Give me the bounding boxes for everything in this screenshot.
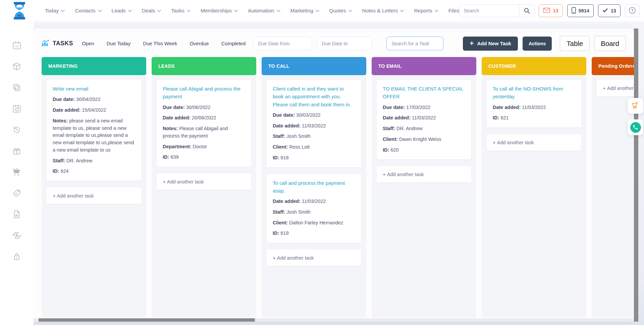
- field-label: Client:: [383, 137, 398, 142]
- cart-icon[interactable]: [12, 167, 22, 177]
- phone-notifications-badge[interactable]: 5914: [567, 4, 594, 17]
- nav-item-label: Notes & Letters: [362, 8, 398, 14]
- nav-item-today[interactable]: Today: [45, 8, 65, 14]
- user-sync-icon[interactable]: [12, 230, 22, 240]
- vertical-scrollbar-thumb[interactable]: [634, 29, 638, 322]
- task-field-id: ID: 624: [53, 168, 135, 175]
- filter-tab-open[interactable]: Open: [82, 41, 94, 46]
- filter-tab-due-this-week[interactable]: Due This Week: [143, 41, 177, 46]
- report-icon[interactable]: [12, 209, 22, 219]
- due-date-from-input[interactable]: [253, 37, 312, 50]
- column-header[interactable]: TO CALL: [262, 57, 366, 75]
- task-title[interactable]: Please call Abigail and process the paym…: [163, 85, 245, 101]
- nav-menu: TodayContactsLeadsDealsTasksMembershipsA…: [45, 8, 459, 14]
- nav-item-deals[interactable]: Deals: [142, 8, 161, 14]
- filter-tab-overdue[interactable]: Overdue: [190, 41, 209, 46]
- actions-label: Actions: [529, 41, 546, 46]
- add-new-task-button[interactable]: + Add New Task: [463, 37, 518, 51]
- task-field-date-added: Date added: 11/03/2022: [273, 122, 355, 130]
- nav-item-notes-letters[interactable]: Notes & Letters: [362, 8, 404, 14]
- table-view-button[interactable]: Table: [560, 36, 590, 51]
- nav-item-label: Automation: [248, 8, 274, 14]
- nav-item-leads[interactable]: Leads: [112, 8, 132, 14]
- help-button[interactable]: ?: [625, 4, 640, 17]
- task-title[interactable]: To call all the NO-SHOWS from yesterday: [493, 85, 575, 101]
- gift-icon[interactable]: [12, 146, 22, 156]
- field-label: ID:: [163, 154, 169, 160]
- completed-tasks-badge[interactable]: 13: [598, 4, 621, 17]
- check-icon: [602, 8, 608, 13]
- add-another-task-label: Add another task: [167, 179, 204, 184]
- add-another-task-label: Add another task: [607, 86, 634, 91]
- field-value: 621: [500, 115, 508, 120]
- nav-item-automation[interactable]: Automation: [248, 8, 280, 14]
- add-another-task-button[interactable]: +Add another task: [487, 134, 581, 151]
- field-label: Staff:: [273, 133, 285, 139]
- add-another-task-button[interactable]: +Add another task: [157, 173, 251, 190]
- task-search-input[interactable]: [386, 37, 443, 50]
- filter-tab-due-today[interactable]: Due Today: [107, 41, 130, 46]
- column-header[interactable]: Pending Orders: [592, 57, 634, 75]
- nav-item-memberships[interactable]: Memberships: [201, 8, 238, 14]
- top-nav-bar: TodayContactsLeadsDealsTasksMembershipsA…: [0, 0, 644, 21]
- field-label: Notes:: [163, 126, 178, 131]
- horizontal-scrollbar-thumb[interactable]: [39, 318, 255, 322]
- tasks-panel: TASKS OpenDue TodayDue This WeekOverdueC…: [34, 29, 634, 322]
- column-body: TO EMAIL THE CLIENT A SPECIAL OFFERDue d…: [372, 75, 476, 187]
- task-field-due-date: Due date: 30/03/2022: [273, 112, 355, 119]
- filter-tab-completed[interactable]: Completed: [221, 41, 246, 46]
- column-header[interactable]: TO EMAIL: [372, 57, 476, 75]
- lock-icon[interactable]: [12, 252, 22, 262]
- price-tag-icon[interactable]: $: [12, 188, 22, 198]
- task-field-department: Department: Doctor: [163, 143, 245, 151]
- task-card[interactable]: Client called in and they want to book a…: [267, 80, 361, 167]
- nav-item-contacts[interactable]: Contacts: [75, 8, 101, 14]
- calendar-12-icon[interactable]: 12: [12, 40, 22, 50]
- task-card[interactable]: Please call Abigail and process the paym…: [157, 80, 251, 167]
- horizontal-scrollbar[interactable]: [34, 318, 634, 322]
- column-header[interactable]: MARKETING: [42, 57, 146, 75]
- column-header[interactable]: CUSTOMER: [482, 57, 586, 75]
- mail-notifications-badge[interactable]: 13: [539, 4, 562, 17]
- add-another-task-button[interactable]: +Add another task: [377, 166, 471, 182]
- history-icon[interactable]: [12, 125, 22, 135]
- add-another-task-button[interactable]: +Add another task: [597, 80, 634, 96]
- kanban-column-to-call: TO CALLClient called in and they want to…: [262, 57, 366, 318]
- add-another-task-button[interactable]: +Add another task: [267, 250, 361, 266]
- actions-button[interactable]: Actions: [523, 37, 552, 51]
- task-card[interactable]: TO EMAIL THE CLIENT A SPECIAL OFFERDue d…: [377, 80, 471, 159]
- nav-item-files[interactable]: Files: [448, 8, 460, 14]
- copy-icon[interactable]: [12, 83, 22, 93]
- quick-cart-button[interactable]: [628, 98, 643, 114]
- due-date-to-input[interactable]: [317, 37, 372, 50]
- check-count: 13: [611, 8, 616, 13]
- task-card[interactable]: To call all the NO-SHOWS from yesterdayD…: [487, 80, 581, 127]
- column-header[interactable]: LEADS: [152, 57, 256, 75]
- task-title[interactable]: TO EMAIL THE CLIENT A SPECIAL OFFER: [383, 85, 465, 101]
- field-label: Date added:: [273, 199, 301, 204]
- task-card[interactable]: To call and process the payment asap.Dat…: [267, 174, 361, 243]
- search-icon[interactable]: [519, 5, 534, 17]
- search-input[interactable]: [460, 8, 519, 13]
- vertical-scrollbar[interactable]: [634, 29, 638, 322]
- task-title[interactable]: Write new email: [53, 85, 135, 93]
- add-another-task-button[interactable]: +Add another task: [47, 187, 141, 204]
- nav-item-quotes[interactable]: Quotes: [329, 8, 352, 14]
- calendar-refresh-icon[interactable]: [12, 104, 22, 114]
- nav-item-marketing[interactable]: Marketing: [290, 8, 319, 14]
- column-body: Please call Abigail and process the paym…: [152, 75, 256, 195]
- task-title[interactable]: Client called in and they want to book a…: [273, 85, 355, 108]
- board-view-button[interactable]: Board: [594, 36, 626, 51]
- nav-item-reports[interactable]: Reports: [414, 8, 438, 14]
- field-value: 17/03/2022: [406, 105, 431, 110]
- task-field-id: ID: 620: [383, 147, 465, 154]
- package-icon[interactable]: [12, 61, 22, 71]
- mail-icon: [543, 8, 550, 14]
- app-logo[interactable]: [9, 2, 30, 20]
- task-title[interactable]: To call and process the payment asap.: [273, 179, 355, 195]
- nav-item-tasks[interactable]: Tasks: [171, 8, 191, 14]
- task-card[interactable]: Write new emailDue date: 30/04/2022Date …: [47, 80, 141, 181]
- kanban-column-marketing: MARKETINGWrite new emailDue date: 30/04/…: [42, 57, 146, 318]
- task-field-staff: Staff: DR. Andrew: [53, 157, 135, 165]
- quick-call-button[interactable]: [628, 119, 643, 135]
